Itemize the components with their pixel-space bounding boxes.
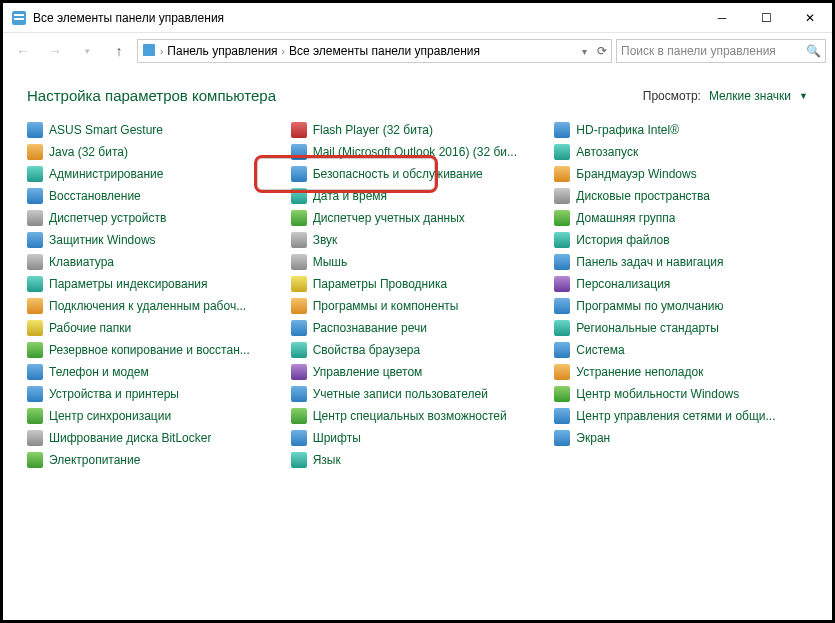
item-label: Mail (Microsoft Outlook 2016) (32 би... xyxy=(313,145,517,159)
control-panel-item[interactable]: Резервное копирование и восстан... xyxy=(27,342,281,358)
item-label: Параметры индексирования xyxy=(49,277,207,291)
item-label: HD-графика Intel® xyxy=(576,123,679,137)
control-panel-item[interactable]: Программы и компоненты xyxy=(291,298,545,314)
control-panel-item[interactable]: Шрифты xyxy=(291,430,545,446)
control-panel-item[interactable]: Администрирование xyxy=(27,166,281,182)
item-icon xyxy=(27,122,43,138)
view-label: Просмотр: xyxy=(643,89,701,103)
item-icon xyxy=(554,254,570,270)
control-panel-item[interactable]: Управление цветом xyxy=(291,364,545,380)
control-panel-item[interactable]: Язык xyxy=(291,452,545,468)
item-label: ASUS Smart Gesture xyxy=(49,123,163,137)
control-panel-item[interactable]: Устройства и принтеры xyxy=(27,386,281,402)
item-label: Электропитание xyxy=(49,453,140,467)
control-panel-item[interactable]: Flash Player (32 бита) xyxy=(291,122,545,138)
control-panel-item[interactable]: Безопасность и обслуживание xyxy=(291,166,545,182)
crumb-all-items[interactable]: Все элементы панели управления xyxy=(289,44,480,58)
control-panel-item[interactable]: Подключения к удаленным рабоч... xyxy=(27,298,281,314)
chevron-down-icon: ▼ xyxy=(799,91,808,101)
item-icon xyxy=(291,320,307,336)
item-icon xyxy=(291,430,307,446)
items-grid: ASUS Smart GestureFlash Player (32 бита)… xyxy=(27,122,808,468)
control-panel-item[interactable]: Дата и время xyxy=(291,188,545,204)
control-panel-item[interactable]: Параметры индексирования xyxy=(27,276,281,292)
control-panel-item[interactable]: Региональные стандарты xyxy=(554,320,808,336)
control-panel-item[interactable]: Центр управления сетями и общи... xyxy=(554,408,808,424)
control-panel-item[interactable]: ASUS Smart Gesture xyxy=(27,122,281,138)
chevron-down-icon[interactable]: ▾ xyxy=(582,46,587,57)
view-value: Мелкие значки xyxy=(709,89,791,103)
item-icon xyxy=(291,254,307,270)
minimize-button[interactable]: ─ xyxy=(700,3,744,33)
control-panel-item[interactable]: Восстановление xyxy=(27,188,281,204)
chevron-right-icon: › xyxy=(160,46,163,57)
control-panel-item[interactable]: Свойства браузера xyxy=(291,342,545,358)
control-panel-item[interactable]: Программы по умолчанию xyxy=(554,298,808,314)
close-button[interactable]: ✕ xyxy=(788,3,832,33)
item-label: Защитник Windows xyxy=(49,233,156,247)
control-panel-item[interactable]: Центр синхронизации xyxy=(27,408,281,424)
item-label: Параметры Проводника xyxy=(313,277,447,291)
item-icon xyxy=(291,144,307,160)
control-panel-item[interactable]: HD-графика Intel® xyxy=(554,122,808,138)
control-panel-item[interactable]: Распознавание речи xyxy=(291,320,545,336)
control-panel-item[interactable]: Персонализация xyxy=(554,276,808,292)
history-dropdown[interactable]: ▾ xyxy=(73,37,101,65)
control-panel-item[interactable]: Дисковые пространства xyxy=(554,188,808,204)
item-label: Автозапуск xyxy=(576,145,638,159)
item-label: Безопасность и обслуживание xyxy=(313,167,483,181)
view-selector[interactable]: Просмотр: Мелкие значки ▼ xyxy=(643,89,808,103)
control-panel-item[interactable]: Центр специальных возможностей xyxy=(291,408,545,424)
control-panel-item[interactable]: Телефон и модем xyxy=(27,364,281,380)
item-label: Телефон и модем xyxy=(49,365,149,379)
control-panel-item[interactable]: Панель задач и навигация xyxy=(554,254,808,270)
control-panel-item[interactable]: Система xyxy=(554,342,808,358)
back-button[interactable]: ← xyxy=(9,37,37,65)
control-panel-item[interactable]: История файлов xyxy=(554,232,808,248)
control-panel-item[interactable]: Mail (Microsoft Outlook 2016) (32 би... xyxy=(291,144,545,160)
item-label: Свойства браузера xyxy=(313,343,421,357)
item-icon xyxy=(291,342,307,358)
control-panel-item[interactable]: Учетные записи пользователей xyxy=(291,386,545,402)
item-label: Рабочие папки xyxy=(49,321,131,335)
refresh-icon[interactable]: ⟳ xyxy=(597,44,607,58)
control-panel-item[interactable]: Центр мобильности Windows xyxy=(554,386,808,402)
item-label: Распознавание речи xyxy=(313,321,427,335)
item-icon xyxy=(291,188,307,204)
item-icon xyxy=(291,166,307,182)
item-label: Мышь xyxy=(313,255,348,269)
control-panel-item[interactable]: Брандмауэр Windows xyxy=(554,166,808,182)
control-panel-item[interactable]: Шифрование диска BitLocker xyxy=(27,430,281,446)
control-panel-item[interactable]: Экран xyxy=(554,430,808,446)
control-panel-item[interactable]: Домашняя группа xyxy=(554,210,808,226)
maximize-button[interactable]: ☐ xyxy=(744,3,788,33)
control-panel-item[interactable]: Диспетчер устройств xyxy=(27,210,281,226)
control-panel-item[interactable]: Клавиатура xyxy=(27,254,281,270)
control-panel-item[interactable]: Параметры Проводника xyxy=(291,276,545,292)
control-panel-item[interactable]: Рабочие папки xyxy=(27,320,281,336)
forward-button[interactable]: → xyxy=(41,37,69,65)
up-button[interactable]: ↑ xyxy=(105,37,133,65)
control-panel-item[interactable]: Звук xyxy=(291,232,545,248)
search-icon: 🔍 xyxy=(806,44,821,58)
control-panel-item[interactable]: Устранение неполадок xyxy=(554,364,808,380)
control-panel-item[interactable]: Защитник Windows xyxy=(27,232,281,248)
item-label: Центр мобильности Windows xyxy=(576,387,739,401)
item-icon xyxy=(554,122,570,138)
item-label: Управление цветом xyxy=(313,365,423,379)
item-label: Диспетчер учетных данных xyxy=(313,211,465,225)
item-icon xyxy=(291,122,307,138)
content-area: Настройка параметров компьютера Просмотр… xyxy=(3,69,832,478)
crumb-control-panel[interactable]: Панель управления xyxy=(167,44,277,58)
item-icon xyxy=(554,232,570,248)
item-icon xyxy=(291,210,307,226)
item-label: Восстановление xyxy=(49,189,141,203)
control-panel-item[interactable]: Электропитание xyxy=(27,452,281,468)
search-input[interactable]: Поиск в панели управления 🔍 xyxy=(616,39,826,63)
control-panel-item[interactable]: Java (32 бита) xyxy=(27,144,281,160)
item-label: Программы по умолчанию xyxy=(576,299,723,313)
control-panel-item[interactable]: Автозапуск xyxy=(554,144,808,160)
address-bar[interactable]: › Панель управления › Все элементы панел… xyxy=(137,39,612,63)
control-panel-item[interactable]: Диспетчер учетных данных xyxy=(291,210,545,226)
control-panel-item[interactable]: Мышь xyxy=(291,254,545,270)
